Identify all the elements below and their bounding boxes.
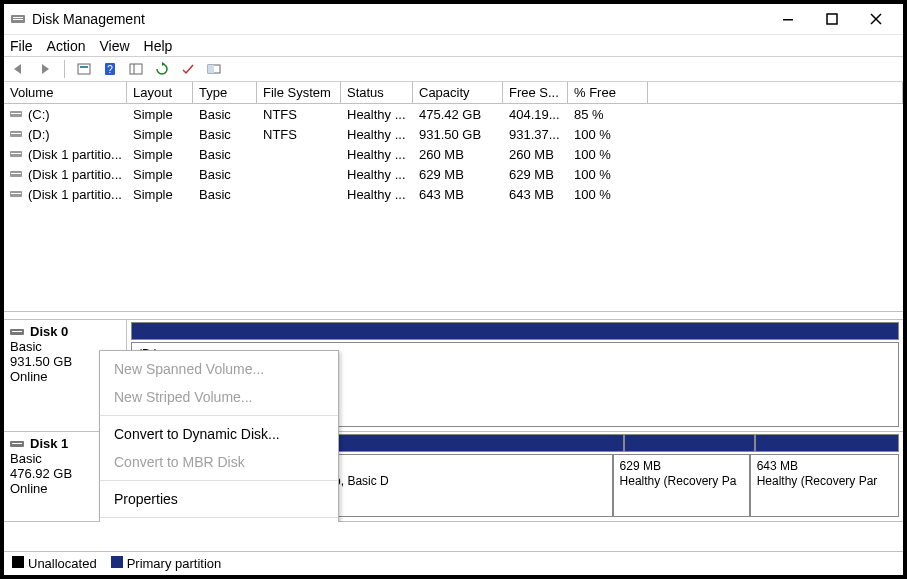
close-button[interactable] <box>863 6 889 32</box>
disk0-strip <box>131 322 899 340</box>
swatch-unallocated <box>12 556 24 568</box>
menu-file[interactable]: File <box>10 38 33 54</box>
volume-list-header: Volume Layout Type File System Status Ca… <box>4 82 903 104</box>
svg-rect-14 <box>208 65 214 73</box>
volume-icon <box>10 189 22 199</box>
menu-help[interactable]: Help <box>144 38 173 54</box>
disk-icon <box>10 326 24 338</box>
titlebar: Disk Management <box>4 4 903 34</box>
svg-rect-16 <box>11 113 21 114</box>
vol-capacity: 475.42 GB <box>413 104 503 124</box>
volume-icon <box>10 109 22 119</box>
ctx-new-spanned: New Spanned Volume... <box>100 355 338 383</box>
menu-view[interactable]: View <box>99 38 129 54</box>
volume-row[interactable]: (C:) Simple Basic NTFS Healthy ... 475.4… <box>4 104 903 124</box>
disk1-p1-size: 629 MB <box>620 459 743 474</box>
ctx-separator <box>100 480 338 481</box>
legend-primary: Primary partition <box>111 556 222 571</box>
legend: Unallocated Primary partition <box>4 551 903 575</box>
svg-rect-3 <box>783 19 793 21</box>
svg-rect-7 <box>78 64 90 74</box>
ctx-separator <box>100 517 338 518</box>
svg-text:?: ? <box>107 64 113 75</box>
partition-strip-primary[interactable] <box>624 434 755 452</box>
svg-rect-2 <box>13 19 23 20</box>
vol-type: Basic <box>193 104 257 124</box>
ctx-convert-mbr: Convert to MBR Disk <box>100 448 338 476</box>
menubar: File Action View Help <box>4 34 903 56</box>
col-filesystem[interactable]: File System <box>257 82 341 103</box>
swatch-primary <box>111 556 123 568</box>
context-menu: New Spanned Volume... New Striped Volume… <box>99 350 339 522</box>
disk1-name: Disk 1 <box>30 436 68 451</box>
disk-icon <box>10 438 24 450</box>
ctx-properties[interactable]: Properties <box>100 485 338 513</box>
volume-row[interactable]: (D:) Simple Basic NTFS Healthy ... 931.5… <box>4 124 903 144</box>
volume-icon <box>10 169 22 179</box>
disk1-part-rec1[interactable]: 629 MB Healthy (Recovery Pa <box>613 454 750 517</box>
svg-rect-24 <box>11 193 21 194</box>
vol-pct: 85 % <box>568 104 648 124</box>
disk0-name: Disk 0 <box>30 324 68 339</box>
graphical-view: Disk 0 Basic 931.50 GB Online (D:) <box>4 320 903 522</box>
svg-rect-20 <box>11 153 21 154</box>
partition-strip-primary[interactable] <box>131 322 899 340</box>
volume-icon <box>10 149 22 159</box>
window-frame: Disk Management File Action View Help ? … <box>0 0 907 579</box>
disk1-p1-status: Healthy (Recovery Pa <box>620 474 743 489</box>
col-pctfree[interactable]: % Free <box>568 82 648 103</box>
ctx-separator <box>100 415 338 416</box>
volume-icon <box>10 129 22 139</box>
splitter[interactable] <box>4 312 903 320</box>
volume-row[interactable]: (Disk 1 partitio... Simple Basic Healthy… <box>4 164 903 184</box>
svg-rect-11 <box>130 64 142 74</box>
toolbar-btn-2[interactable] <box>127 60 145 78</box>
svg-rect-28 <box>12 443 22 444</box>
vol-free: 404.19... <box>503 104 568 124</box>
ctx-convert-dynamic[interactable]: Convert to Dynamic Disk... <box>100 420 338 448</box>
svg-rect-18 <box>11 133 21 134</box>
menu-action[interactable]: Action <box>47 38 86 54</box>
window-title: Disk Management <box>32 11 775 27</box>
col-volume[interactable]: Volume <box>4 82 127 103</box>
col-empty <box>648 82 903 103</box>
maximize-button[interactable] <box>819 6 845 32</box>
svg-rect-8 <box>80 66 88 68</box>
volume-row[interactable]: (Disk 1 partitio... Simple Basic Healthy… <box>4 184 903 204</box>
back-button[interactable] <box>10 60 28 78</box>
partition-strip-primary[interactable] <box>755 434 899 452</box>
col-type[interactable]: Type <box>193 82 257 103</box>
svg-rect-1 <box>13 17 23 18</box>
vol-name: (C:) <box>28 107 50 122</box>
vol-name: (D:) <box>28 127 50 142</box>
toolbar-btn-3[interactable] <box>179 60 197 78</box>
minimize-button[interactable] <box>775 6 801 32</box>
toolbar-btn-1[interactable] <box>75 60 93 78</box>
forward-button[interactable] <box>36 60 54 78</box>
toolbar-btn-4[interactable] <box>205 60 223 78</box>
toolbar: ? <box>4 56 903 82</box>
svg-rect-4 <box>827 14 837 24</box>
vol-fs: NTFS <box>257 104 341 124</box>
volume-row[interactable]: (Disk 1 partitio... Simple Basic Healthy… <box>4 144 903 164</box>
vol-status: Healthy ... <box>341 104 413 124</box>
app-icon <box>10 11 26 27</box>
vol-layout: Simple <box>127 104 193 124</box>
toolbar-separator <box>64 60 65 78</box>
help-icon[interactable]: ? <box>101 60 119 78</box>
col-free[interactable]: Free S... <box>503 82 568 103</box>
disk1-p2-size: 643 MB <box>757 459 892 474</box>
ctx-new-striped: New Striped Volume... <box>100 383 338 411</box>
window-controls <box>775 6 889 32</box>
legend-unallocated: Unallocated <box>12 556 97 571</box>
col-layout[interactable]: Layout <box>127 82 193 103</box>
svg-rect-26 <box>12 331 22 332</box>
svg-rect-22 <box>11 173 21 174</box>
volume-list[interactable]: (C:) Simple Basic NTFS Healthy ... 475.4… <box>4 104 903 312</box>
disk1-part-rec2[interactable]: 643 MB Healthy (Recovery Par <box>750 454 899 517</box>
col-capacity[interactable]: Capacity <box>413 82 503 103</box>
disk1-p2-status: Healthy (Recovery Par <box>757 474 892 489</box>
refresh-icon[interactable] <box>153 60 171 78</box>
col-status[interactable]: Status <box>341 82 413 103</box>
